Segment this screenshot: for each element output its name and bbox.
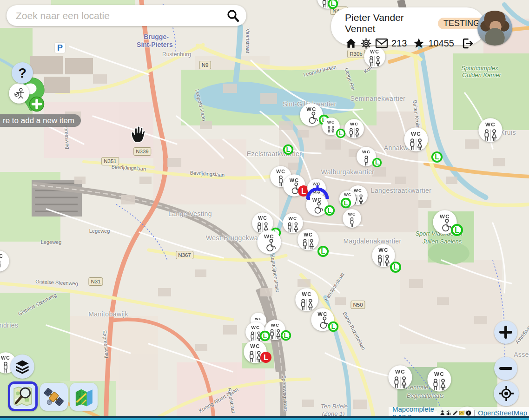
svg-text:WC: WC bbox=[370, 49, 379, 54]
toilet-pin-mf[interactable]: WC bbox=[344, 118, 364, 139]
contributors-icon[interactable] bbox=[440, 409, 445, 416]
svg-text:WC: WC bbox=[250, 343, 260, 349]
open-hours-badge[interactable]: L bbox=[372, 158, 382, 168]
toilet-pin-mf[interactable]: WC bbox=[478, 118, 503, 143]
search-bar[interactable] bbox=[7, 5, 246, 26]
open-hours-badge[interactable]: L bbox=[317, 245, 329, 257]
changesets-star-icon bbox=[413, 37, 425, 49]
open-hours-badge[interactable]: L bbox=[340, 197, 351, 209]
theme-pin-repair[interactable] bbox=[8, 83, 30, 104]
svg-text:L: L bbox=[284, 332, 288, 339]
crosshair-icon bbox=[498, 386, 514, 401]
open-hours-badge[interactable]: L bbox=[450, 223, 463, 236]
selected-marker-highlight bbox=[307, 184, 328, 202]
open-hours-badge[interactable]: L bbox=[431, 151, 443, 163]
svg-text:WC: WC bbox=[1, 355, 10, 361]
svg-text:L: L bbox=[331, 0, 335, 7]
open-hours-badge[interactable]: L bbox=[390, 261, 402, 273]
background-osm-button[interactable] bbox=[8, 381, 38, 411]
svg-text:WC: WC bbox=[327, 120, 335, 125]
svg-text:L: L bbox=[435, 153, 439, 161]
osm-map-magnifier-icon bbox=[12, 386, 33, 407]
svg-text:L: L bbox=[286, 146, 291, 153]
svg-text:WC: WC bbox=[434, 371, 444, 377]
svg-text:L: L bbox=[375, 159, 379, 166]
toilet-pin-mf[interactable]: WC bbox=[388, 365, 413, 390]
svg-text:L: L bbox=[344, 199, 348, 207]
svg-text:L: L bbox=[328, 207, 332, 214]
svg-text:L: L bbox=[455, 226, 459, 235]
toilet-pin-person[interactable]: WC bbox=[0, 250, 10, 272]
attribution-separator: | bbox=[474, 409, 476, 417]
messages-count[interactable]: 213 bbox=[391, 38, 407, 49]
svg-text:WC: WC bbox=[348, 212, 356, 217]
add-item-tooltip: re to add a new item bbox=[0, 114, 81, 127]
svg-text:WC: WC bbox=[304, 232, 313, 237]
svg-text:L: L bbox=[321, 247, 325, 255]
user-panel[interactable]: Pieter Vander Vennet TESTING 213 10455 bbox=[331, 7, 485, 45]
svg-text:WC: WC bbox=[411, 131, 421, 137]
svg-text:WC: WC bbox=[378, 247, 388, 253]
closed-hours-badge[interactable]: L bbox=[259, 351, 272, 364]
toilet-pin-wheelchair[interactable]: WC bbox=[257, 230, 282, 255]
svg-text:L: L bbox=[393, 263, 398, 271]
svg-text:WC: WC bbox=[362, 149, 370, 154]
open-hours-badge[interactable]: L bbox=[283, 144, 294, 155]
help-button[interactable]: ? bbox=[12, 62, 33, 84]
open-hours-badge[interactable]: L bbox=[327, 0, 338, 9]
svg-text:WC: WC bbox=[317, 311, 327, 317]
svg-text:WC: WC bbox=[264, 233, 274, 239]
zoom-in-button[interactable] bbox=[494, 321, 517, 344]
svg-text:WC: WC bbox=[251, 325, 260, 330]
layers-icon bbox=[14, 358, 31, 375]
toilet-pin-mf[interactable]: WC bbox=[403, 127, 429, 152]
background-map-button[interactable] bbox=[70, 383, 98, 411]
search-icon[interactable] bbox=[226, 9, 240, 23]
svg-text:WC: WC bbox=[258, 216, 267, 221]
edit-pencil-icon[interactable] bbox=[453, 409, 458, 416]
geolocate-button[interactable] bbox=[494, 381, 519, 406]
svg-text:L: L bbox=[264, 353, 268, 362]
svg-text:WC: WC bbox=[271, 322, 280, 328]
toilet-pin-mf[interactable]: WC bbox=[297, 229, 319, 251]
folded-map-icon bbox=[73, 386, 95, 408]
svg-text:WC: WC bbox=[290, 177, 299, 183]
license-lightning-icon[interactable] bbox=[466, 409, 471, 417]
plus-add-icon[interactable] bbox=[29, 96, 45, 112]
svg-text:WC: WC bbox=[395, 368, 405, 374]
satellite-icon bbox=[43, 386, 65, 408]
mapcomplete-app: Brugge-Sint-PietersRustenburgN9R30bN376N… bbox=[0, 0, 529, 420]
toilet-pin-mf[interactable]: WC bbox=[427, 367, 452, 392]
layers-button[interactable] bbox=[10, 354, 34, 379]
osm-logo-icon[interactable] bbox=[459, 410, 464, 416]
user-name[interactable]: Pieter Vander Vennet bbox=[345, 12, 433, 34]
background-satellite-button[interactable] bbox=[40, 383, 68, 411]
svg-text:WC: WC bbox=[255, 317, 262, 321]
svg-text:WC: WC bbox=[289, 216, 298, 221]
open-hours-badge[interactable]: L bbox=[280, 330, 291, 341]
settings-gear-icon[interactable] bbox=[360, 38, 372, 49]
toilet-pin-person[interactable]: WC bbox=[342, 209, 362, 228]
zoom-out-button[interactable] bbox=[494, 357, 517, 380]
user-avatar[interactable] bbox=[477, 11, 512, 46]
svg-text:WC: WC bbox=[302, 291, 311, 297]
plus-icon bbox=[499, 325, 513, 339]
svg-text:WC: WC bbox=[485, 121, 496, 127]
svg-text:L: L bbox=[339, 130, 343, 137]
logout-icon[interactable] bbox=[461, 38, 474, 49]
statistics-icon[interactable] bbox=[446, 409, 451, 416]
svg-text:WC: WC bbox=[440, 213, 450, 219]
changesets-count[interactable]: 10455 bbox=[428, 38, 454, 49]
search-input[interactable] bbox=[15, 10, 226, 22]
open-hours-badge[interactable]: L bbox=[328, 321, 339, 332]
open-hours-badge[interactable]: L bbox=[324, 205, 335, 216]
svg-text:WC: WC bbox=[0, 254, 3, 259]
svg-text:L: L bbox=[263, 332, 267, 340]
openstreetmap-link[interactable]: OpenStreetMap bbox=[478, 409, 527, 417]
home-icon[interactable] bbox=[345, 37, 357, 49]
parking-icon: P bbox=[55, 43, 65, 53]
svg-text:WC: WC bbox=[344, 193, 351, 197]
svg-text:L: L bbox=[331, 323, 336, 330]
messages-envelope-icon[interactable] bbox=[375, 38, 388, 48]
svg-text:WC: WC bbox=[350, 121, 358, 126]
